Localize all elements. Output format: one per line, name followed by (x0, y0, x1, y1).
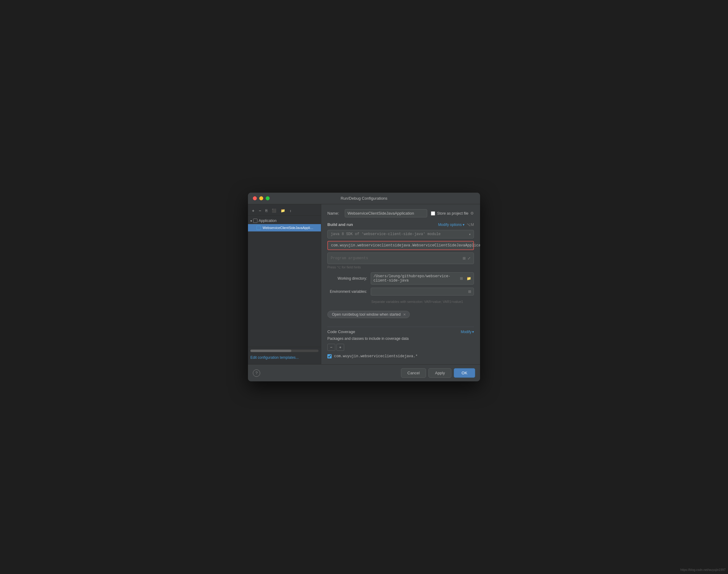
program-args-field[interactable]: Program arguments ⊞ ⤢ (327, 252, 474, 264)
application-type-icon (253, 218, 257, 223)
chevron-down-icon (462, 222, 464, 227)
coverage-add-btn[interactable]: + (336, 344, 345, 351)
minimize-button[interactable] (259, 196, 263, 200)
add-config-button[interactable]: + (250, 207, 256, 214)
coverage-toolbar: − + (327, 344, 474, 351)
field-hint: Press ⌥ for field hints (327, 265, 474, 269)
watermark-text: https://blog.csdn.net/wuyujin1997 (680, 568, 726, 572)
working-dir-copy-icon[interactable]: ⊞ (460, 276, 463, 281)
coverage-item-checkbox[interactable] (327, 354, 332, 359)
name-row: Name: Store as project file ⚙ (327, 209, 474, 217)
dialog-footer: ? Cancel Apply OK (248, 364, 480, 381)
config-file-icon (256, 226, 261, 230)
gear-icon[interactable]: ⚙ (470, 211, 474, 215)
working-dir-label: Working directory: (327, 276, 367, 281)
sort-icon: ↕ (289, 209, 291, 212)
sidebar-toolbar: + − ⎘ ⬛ 📁 ↕ (248, 206, 321, 215)
save-icon: ⬛ (272, 209, 276, 213)
working-dir-value: /Users/leung/githubrepo/webservice-clien… (373, 274, 456, 283)
chip-close-button[interactable]: ✕ (403, 313, 406, 317)
dialog-title: Run/Debug Configurations (340, 196, 387, 201)
open-window-chip: Open run/debug tool window when started … (327, 311, 410, 318)
cancel-button[interactable]: Cancel (401, 368, 426, 378)
code-coverage-header: Code Coverage Modify (327, 329, 474, 334)
main-class-text: com.wuyujin.webserviceclientsidejava.Web… (331, 243, 480, 248)
build-run-header: Build and run Modify options ⌥M (327, 222, 474, 227)
main-class-field[interactable]: com.wuyujin.webserviceclientsidejava.Web… (327, 241, 474, 250)
prog-args-icon[interactable]: ⊞ (462, 256, 466, 260)
modify-coverage-button[interactable]: Modify (461, 330, 474, 334)
modify-options-button[interactable]: Modify options ⌥M (438, 222, 474, 227)
coverage-item-text: com.wuyujin.webserviceclientsidejava.* (334, 354, 418, 359)
main-content: + − ⎘ ⬛ 📁 ↕ ▾ (248, 204, 480, 364)
modify-label: Modify (461, 330, 472, 334)
question-mark-icon: ? (255, 371, 257, 375)
store-as-project-label: Store as project file (437, 211, 469, 215)
sdk-dropdown[interactable]: java 8 SDK of 'webservice-client-side-ja… (327, 230, 474, 239)
copy-config-button[interactable]: ⎘ (264, 208, 269, 214)
code-coverage-title: Code Coverage (327, 329, 355, 334)
env-vars-row: Environment variables: ⊞ (327, 288, 474, 295)
modify-options-shortcut: ⌥M (467, 222, 474, 227)
ok-button[interactable]: OK (454, 368, 475, 378)
sidebar-item-webservice[interactable]: WebserviceClientSideJavaApplication (248, 224, 321, 232)
env-vars-field[interactable]: ⊞ (371, 288, 474, 295)
close-button[interactable] (253, 196, 257, 200)
sidebar-bottom: Edit configuration templates... (248, 347, 321, 362)
copy-icon: ⎘ (266, 209, 268, 213)
apply-button[interactable]: Apply (429, 368, 451, 378)
modify-options-label: Modify options (438, 222, 462, 227)
sidebar-scrollbar[interactable] (250, 350, 319, 352)
sdk-text: java 8 SDK of 'webservice-client-side-ja… (331, 232, 469, 236)
working-dir-field[interactable]: /Users/leung/githubrepo/webservice-clien… (371, 272, 474, 285)
sidebar: + − ⎘ ⬛ 📁 ↕ ▾ (248, 204, 321, 364)
name-input[interactable] (345, 209, 427, 217)
sort-config-button[interactable]: ↕ (288, 208, 293, 213)
titlebar: Run/Debug Configurations (248, 193, 480, 204)
traffic-lights (253, 196, 270, 200)
help-button[interactable]: ? (253, 369, 260, 377)
sdk-dropdown-arrow (469, 233, 471, 236)
sidebar-item-label: WebserviceClientSideJavaApplication (262, 226, 315, 230)
plus-icon: + (252, 208, 254, 213)
edit-config-templates-link[interactable]: Edit configuration templates... (250, 355, 299, 360)
right-panel: Name: Store as project file ⚙ Build and … (321, 204, 480, 364)
open-window-chip-label: Open run/debug tool window when started (332, 312, 401, 317)
maximize-button[interactable] (266, 196, 270, 200)
sidebar-group-application[interactable]: ▾ Application (248, 217, 321, 224)
env-vars-icon[interactable]: ⊞ (468, 289, 471, 294)
env-vars-label: Environment variables: (327, 289, 367, 294)
folder-icon: 📁 (281, 209, 285, 213)
store-as-project-checkbox[interactable] (431, 211, 435, 215)
sidebar-group-label: Application (259, 218, 277, 223)
coverage-remove-btn[interactable]: − (327, 344, 335, 351)
coverage-desc: Packages and classes to include in cover… (327, 336, 474, 341)
build-run-title: Build and run (327, 222, 353, 227)
env-vars-hint: Separate variables with semicolon: VAR=v… (371, 300, 463, 303)
prog-args-placeholder: Program arguments (331, 256, 461, 260)
store-as-project-area: Store as project file ⚙ (431, 211, 474, 215)
prog-args-expand-icon[interactable]: ⤢ (468, 256, 471, 260)
footer-buttons: Cancel Apply OK (401, 368, 475, 378)
chevron-down-icon: ▾ (250, 219, 252, 222)
coverage-item: com.wuyujin.webserviceclientsidejava.* (327, 353, 474, 359)
separator (327, 327, 474, 327)
folder-config-button[interactable]: 📁 (279, 208, 287, 214)
run-debug-dialog: Run/Debug Configurations + − ⎘ ⬛ 📁 (248, 193, 480, 381)
working-dir-row: Working directory: /Users/leung/githubre… (327, 272, 474, 285)
scrollbar-thumb (250, 350, 291, 352)
env-vars-value (373, 289, 464, 294)
sidebar-section: ▾ Application WebserviceClientSideJavaAp… (248, 217, 321, 232)
name-label: Name: (327, 211, 341, 215)
save-config-button[interactable]: ⬛ (270, 208, 278, 214)
minus-icon: − (259, 208, 261, 213)
working-dir-folder-icon[interactable]: 📁 (467, 276, 471, 281)
remove-config-button[interactable]: − (257, 207, 262, 214)
modify-chevron-icon (472, 330, 474, 334)
